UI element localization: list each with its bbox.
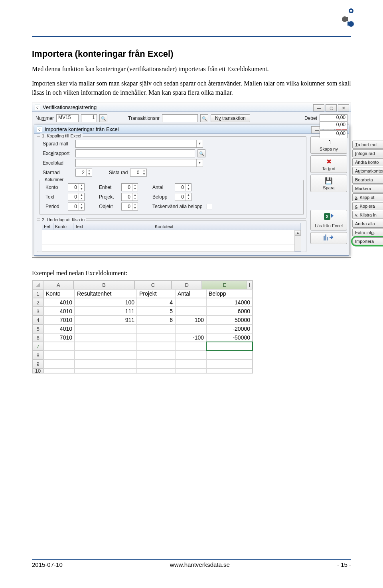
transnr-search-icon[interactable]: 🔍 [200, 114, 208, 122]
importera-button[interactable]: Importera [352, 237, 383, 245]
excel-cell[interactable]: Projekt [137, 289, 175, 298]
excel-cell[interactable] [137, 360, 175, 368]
excel-cell[interactable] [43, 368, 75, 373]
excel-cell[interactable] [175, 307, 206, 316]
excel-cell[interactable] [137, 351, 175, 360]
excel-cell[interactable]: 5 [137, 307, 175, 316]
excel-cell[interactable]: 4010 [43, 324, 75, 333]
sista-rad-spinner[interactable]: 0▲▼ [130, 169, 147, 177]
excel-cell[interactable]: 50000 [206, 316, 253, 324]
excel-cell[interactable] [137, 342, 175, 351]
excel-cell[interactable]: 4 [137, 298, 175, 307]
excel-cell[interactable]: Resultatenhet [75, 289, 137, 298]
excel-select-all[interactable] [32, 280, 43, 289]
excel-cell[interactable] [43, 360, 75, 368]
excel-cell[interactable] [137, 324, 175, 333]
excel-col-B[interactable]: B [73, 280, 134, 289]
sparad-mall-combo[interactable]: ▼ [75, 140, 203, 148]
excel-row-6[interactable]: 6 [32, 333, 43, 342]
excel-row-8[interactable]: 8 [32, 351, 43, 360]
excel-cell[interactable]: -100 [175, 333, 206, 342]
las-fran-excel-button[interactable]: X Läs från Excel [310, 210, 347, 230]
excel-cell[interactable] [206, 351, 253, 360]
andra-alla-button[interactable]: Ändra alla [352, 220, 383, 228]
excel-cell[interactable] [206, 368, 253, 373]
excel-cell[interactable]: -50000 [206, 333, 253, 342]
excel-cell[interactable] [75, 342, 137, 351]
objekt-spinner[interactable]: 0▲▼ [121, 203, 138, 211]
excel-cell[interactable] [75, 360, 137, 368]
excel-cell[interactable] [175, 351, 206, 360]
excel-row-5[interactable]: 5 [32, 324, 43, 333]
maximize-button[interactable]: ▢ [326, 104, 337, 111]
nummer-seq-input[interactable]: 1 [81, 114, 97, 122]
close-button[interactable]: ✕ [338, 104, 349, 111]
excel-cell[interactable]: 6000 [206, 307, 253, 316]
excel-cell[interactable] [43, 342, 75, 351]
excel-cell[interactable]: 111 [75, 307, 137, 316]
excel-active-cell[interactable] [206, 342, 253, 351]
excel-cell[interactable]: Konto [43, 289, 75, 298]
excel-cell[interactable]: 7010 [43, 333, 75, 342]
antal-spinner[interactable]: 0▲▼ [175, 183, 192, 191]
excel-row-7[interactable]: 7 [32, 342, 43, 351]
excel-row-9[interactable]: 9 [32, 360, 43, 368]
excel-cell[interactable]: 6 [137, 316, 175, 324]
klipp-ut-button[interactable]: x. Klipp ut [352, 193, 383, 201]
excel-cell[interactable] [175, 298, 206, 307]
text-spinner[interactable]: 0▲▼ [68, 193, 85, 201]
excel-cell[interactable]: 4010 [43, 307, 75, 316]
excel-col-C[interactable]: C [134, 280, 172, 289]
extra-info-button[interactable]: Extra info. [352, 228, 383, 236]
excel-row-3[interactable]: 3 [32, 307, 43, 316]
excel-cell[interactable] [75, 333, 137, 342]
andra-konto-button[interactable]: Ändra konto [352, 158, 383, 166]
excel-row-1[interactable]: 1 [32, 289, 43, 298]
excel-cell[interactable]: 100 [175, 316, 206, 324]
excelrapport-input[interactable] [75, 149, 195, 157]
kopiera-button[interactable]: c. Kopiera [352, 202, 383, 210]
excelrapport-search-icon[interactable]: 🔍 [197, 149, 205, 157]
bearbeta-button[interactable]: Bearbeta [352, 176, 383, 184]
spara-button[interactable]: 💾 Spara [310, 175, 347, 192]
grid-body[interactable]: ▲ [42, 230, 301, 252]
excel-cell[interactable] [75, 368, 137, 373]
skapa-ny-button[interactable]: 🗋 Skapa ny [310, 136, 347, 154]
excel-cell[interactable] [137, 333, 175, 342]
chart-icon-button[interactable] [310, 232, 347, 244]
excel-cell[interactable] [175, 368, 206, 373]
ta-bort-button[interactable]: ✖ Ta bort [310, 155, 347, 173]
minimize-button[interactable]: — [313, 104, 324, 111]
excel-row-2[interactable]: 2 [32, 298, 43, 307]
excel-col-D[interactable]: D [172, 280, 202, 289]
teckenvand-checkbox[interactable] [207, 204, 212, 209]
excel-cell[interactable] [175, 360, 206, 368]
excel-cell[interactable]: -20000 [206, 324, 253, 333]
period-spinner[interactable]: 0▲▼ [68, 203, 85, 211]
infoga-rad-button[interactable]: Infoga rad [352, 149, 383, 157]
excel-cell[interactable] [206, 360, 253, 368]
excel-cell[interactable]: 100 [75, 298, 137, 307]
nummer-series-input[interactable]: MV15 [56, 114, 79, 122]
konto-spinner[interactable]: 0▲▼ [68, 183, 85, 191]
transnr-input[interactable] [162, 114, 198, 122]
excel-col-E[interactable]: E [202, 280, 247, 289]
excel-cell[interactable]: 911 [75, 316, 137, 324]
excel-cell[interactable] [75, 351, 137, 360]
belopp-spinner[interactable]: 0▲▼ [175, 193, 192, 201]
excel-cell[interactable] [175, 324, 206, 333]
excel-cell[interactable]: 4010 [43, 298, 75, 307]
grid-scrollbar[interactable]: ▲ [294, 230, 301, 251]
excel-cell[interactable] [137, 368, 175, 373]
excel-row-4[interactable]: 4 [32, 316, 43, 324]
ta-bort-rad-button[interactable]: Ta bort rad [352, 141, 383, 149]
excel-cell[interactable]: 14000 [206, 298, 253, 307]
excel-row-10[interactable]: 10 [32, 368, 43, 373]
projekt-spinner[interactable]: 0▲▼ [121, 193, 138, 201]
excel-cell[interactable]: Antal [175, 289, 206, 298]
markera-button[interactable]: Markera [352, 185, 383, 193]
excel-cell[interactable] [175, 342, 206, 351]
excelblad-combo[interactable]: ▼ [75, 159, 203, 167]
excel-cell[interactable] [75, 324, 137, 333]
excel-col-I[interactable]: I [247, 280, 253, 289]
